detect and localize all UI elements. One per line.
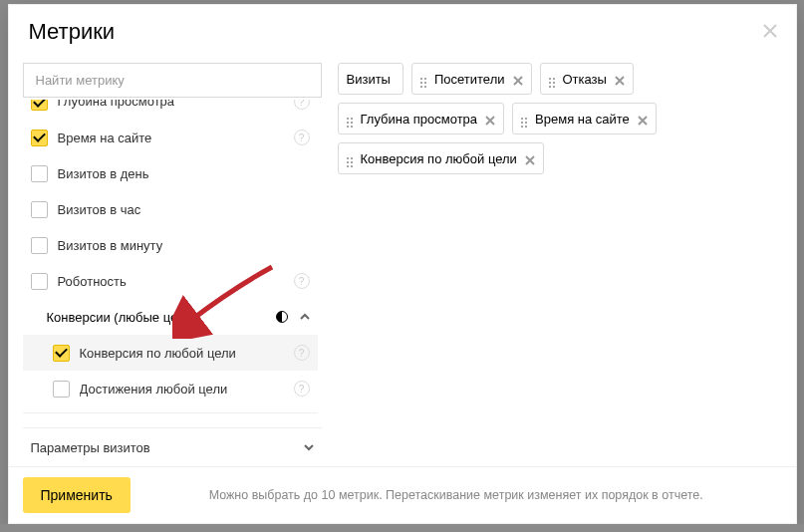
metric-chip[interactable]: Конверсия по любой цели — [338, 142, 544, 174]
metric-chip[interactable]: Визиты — [338, 63, 403, 95]
help-icon[interactable]: ? — [294, 100, 310, 110]
chip-label: Время на сайте — [535, 112, 630, 127]
metric-chip[interactable]: Посетители — [411, 63, 532, 95]
tree-row[interactable]: Роботность ? — [23, 263, 318, 299]
chip-remove-button[interactable] — [485, 114, 495, 124]
checkbox[interactable] — [31, 165, 48, 182]
metrics-modal: Метрики Глубина просмотра ? Время — [8, 4, 797, 524]
tree-row[interactable]: Время на сайте ? — [23, 120, 318, 155]
tree-row[interactable]: Глубина просмотра ? — [23, 100, 318, 120]
chip-label: Визиты — [347, 72, 391, 87]
tree-row[interactable]: Визитов в час — [23, 191, 318, 227]
modal-header: Метрики — [9, 5, 796, 55]
divider — [23, 412, 318, 413]
checkbox[interactable] — [53, 345, 70, 362]
chip-list: Визиты Посетители Отказы Глубина просмот… — [338, 63, 782, 174]
footer-hint: Можно выбрать до 10 метрик. Перетаскиван… — [131, 488, 782, 502]
close-button[interactable] — [758, 19, 782, 43]
group-label: Конверсии (любые цели) — [47, 310, 276, 325]
tree-group-header[interactable]: Конверсии (любые цели) — [23, 299, 318, 335]
tree-row[interactable]: Визитов в день — [23, 155, 318, 191]
checkbox[interactable] — [31, 237, 48, 254]
chip-remove-button[interactable] — [513, 74, 523, 84]
search-box — [23, 63, 322, 98]
chip-label: Глубина просмотра — [361, 112, 478, 127]
checkbox[interactable] — [31, 130, 48, 146]
chip-label: Посетители — [434, 72, 505, 87]
help-icon[interactable]: ? — [294, 273, 310, 289]
help-icon[interactable]: ? — [294, 130, 310, 145]
modal-footer: Применить Можно выбрать до 10 метрик. Пе… — [9, 466, 796, 523]
tree-row[interactable]: Конверсия по любой цели ? — [23, 335, 318, 371]
checkbox[interactable] — [31, 273, 48, 290]
row-label: Визитов в час — [58, 202, 310, 217]
chip-label: Отказы — [563, 72, 607, 87]
chip-label: Конверсия по любой цели — [361, 151, 517, 166]
modal-title: Метрики — [29, 19, 776, 45]
checkbox[interactable] — [31, 100, 48, 111]
drag-handle-icon[interactable] — [347, 118, 353, 120]
metric-chip[interactable]: Отказы — [540, 63, 634, 95]
search-input[interactable] — [34, 72, 315, 89]
row-label: Роботность — [58, 274, 288, 289]
drag-handle-icon[interactable] — [521, 118, 527, 120]
checkbox[interactable] — [53, 381, 70, 398]
row-label: Визитов в день — [58, 166, 310, 181]
modal-body: Глубина просмотра ? Время на сайте ? Виз… — [9, 55, 796, 466]
row-label: Конверсия по любой цели — [80, 346, 288, 361]
row-label: Время на сайте — [58, 131, 288, 145]
chevron-up-icon — [300, 312, 310, 322]
metric-tree: Глубина просмотра ? Время на сайте ? Виз… — [23, 100, 322, 427]
tree-row[interactable]: Достижения любой цели ? — [23, 371, 318, 406]
chip-remove-button[interactable] — [615, 74, 625, 84]
metric-chip[interactable]: Время на сайте — [512, 103, 657, 134]
apply-button[interactable]: Применить — [23, 477, 131, 513]
drag-handle-icon[interactable] — [420, 78, 426, 80]
footer-label: Параметры визитов — [31, 440, 150, 455]
tree-scroll[interactable]: Глубина просмотра ? Время на сайте ? Виз… — [23, 100, 322, 427]
help-icon[interactable]: ? — [294, 381, 310, 397]
selected-panel: Визиты Посетители Отказы Глубина просмот… — [322, 63, 782, 466]
close-icon — [762, 23, 778, 39]
help-icon[interactable]: ? — [294, 345, 310, 361]
row-label: Визитов в минуту — [58, 238, 310, 253]
row-label: Достижения любой цели — [80, 382, 288, 397]
tree-section-footer[interactable]: Параметры визитов — [23, 427, 322, 466]
chip-remove-button[interactable] — [638, 114, 648, 124]
partial-icon — [276, 311, 288, 323]
row-label: Глубина просмотра — [58, 100, 288, 109]
drag-handle-icon[interactable] — [347, 157, 353, 159]
tree-row[interactable]: Визитов в минуту — [23, 227, 318, 263]
chip-remove-button[interactable] — [525, 153, 535, 163]
chevron-down-icon — [304, 442, 314, 452]
drag-handle-icon[interactable] — [549, 78, 555, 80]
metric-chip[interactable]: Глубина просмотра — [338, 103, 505, 134]
checkbox[interactable] — [31, 201, 48, 218]
left-panel: Глубина просмотра ? Время на сайте ? Виз… — [23, 63, 322, 466]
